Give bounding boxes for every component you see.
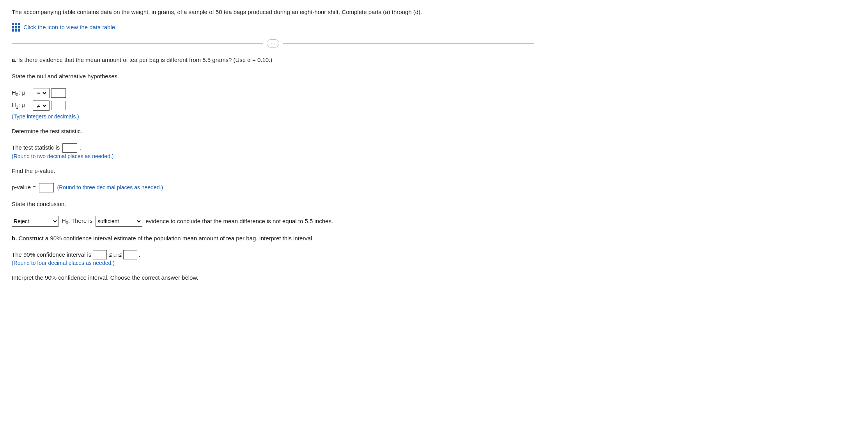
conclusion-section: Reject Fail to reject H0. There is suffi… bbox=[12, 216, 534, 227]
ci-text: The 90% confidence interval is bbox=[12, 251, 91, 258]
icon-link-row: Click the icon to view the data table. bbox=[12, 23, 534, 32]
part-b-section: b. Construct a 90% confidence interval e… bbox=[12, 234, 534, 243]
icon-link-label[interactable]: Click the icon to view the data table. bbox=[23, 24, 117, 30]
h0-value-input[interactable] bbox=[51, 88, 66, 98]
test-statistic-text: The test statistic is bbox=[12, 144, 60, 151]
part-a-question-text: Is there evidence that the mean amount o… bbox=[18, 56, 273, 63]
part-b-question: b. Construct a 90% confidence interval e… bbox=[12, 234, 534, 243]
h1-value-input[interactable] bbox=[51, 101, 66, 110]
interpret-ci-section: Interpret the 90% confidence interval. C… bbox=[12, 273, 534, 282]
find-pvalue-label: Find the p-value. bbox=[12, 166, 534, 176]
test-statistic-row: The test statistic is . bbox=[12, 143, 534, 153]
conclusion-action-select[interactable]: Reject Fail to reject bbox=[12, 216, 58, 227]
state-hypotheses-label: State the null and alternative hypothese… bbox=[12, 72, 534, 81]
pvalue-section: p-value = (Round to three decimal places… bbox=[12, 183, 534, 192]
data-table-icon[interactable] bbox=[12, 23, 20, 32]
state-hypotheses-section: State the null and alternative hypothese… bbox=[12, 72, 534, 81]
h1-operator-select[interactable]: ≠ = < > ≤ ≥ bbox=[35, 102, 48, 109]
h0-operator-select[interactable]: = ≠ < > ≤ ≥ bbox=[35, 90, 48, 97]
state-conclusion-label: State the conclusion. bbox=[12, 199, 534, 209]
ci-inequality1: ≤ μ ≤ bbox=[108, 251, 121, 258]
test-statistic-input[interactable] bbox=[62, 143, 77, 153]
ci-lower-input[interactable] bbox=[93, 250, 107, 259]
h0-label: H0: μ bbox=[12, 89, 31, 97]
ci-note: (Round to four decimal places as needed.… bbox=[12, 260, 115, 266]
conclusion-h0-text: H0. There is bbox=[62, 217, 92, 225]
part-b-question-text: Construct a 90% confidence interval esti… bbox=[19, 235, 314, 242]
find-pvalue-section: Find the p-value. bbox=[12, 166, 534, 176]
conclusion-end-text: evidence to conclude that the mean diffe… bbox=[145, 218, 333, 224]
conclusion-row: Reject Fail to reject H0. There is suffi… bbox=[12, 216, 534, 227]
h0-operator-select-box[interactable]: = ≠ < > ≤ ≥ bbox=[33, 88, 50, 98]
ci-upper-input[interactable] bbox=[123, 250, 137, 259]
test-statistic-note: (Round to two decimal places as needed.) bbox=[12, 153, 113, 159]
pvalue-label: p-value = bbox=[12, 184, 36, 190]
test-statistic-section: The test statistic is . (Round to two de… bbox=[12, 143, 534, 159]
part-a-label: a. bbox=[12, 56, 17, 63]
hypotheses-note-text: (Type integers or decimals.) bbox=[12, 113, 79, 120]
pvalue-note: (Round to three decimal places as needed… bbox=[57, 184, 163, 190]
intro-text: The accompanying table contains data on … bbox=[12, 8, 534, 17]
ci-section: The 90% confidence interval is ≤ μ ≤ . (… bbox=[12, 250, 534, 266]
part-b-label: b. bbox=[12, 235, 17, 242]
h0-row: H0: μ = ≠ < > ≤ ≥ bbox=[12, 88, 534, 98]
h1-label: H1: μ bbox=[12, 102, 31, 109]
divider: ··· bbox=[12, 39, 534, 48]
test-statistic-period: . bbox=[80, 144, 81, 151]
hypotheses-note: (Type integers or decimals.) bbox=[12, 113, 534, 120]
part-a-section: a. Is there evidence that the mean amoun… bbox=[12, 55, 534, 65]
pvalue-input[interactable] bbox=[39, 183, 54, 192]
divider-dots: ··· bbox=[267, 39, 280, 48]
determine-test-label: Determine the test statistic. bbox=[12, 127, 534, 136]
part-a-question: a. Is there evidence that the mean amoun… bbox=[12, 55, 534, 65]
ci-period: . bbox=[139, 251, 140, 258]
pvalue-row: p-value = (Round to three decimal places… bbox=[12, 183, 534, 192]
h1-row: H1: μ ≠ = < > ≤ ≥ bbox=[12, 100, 534, 111]
state-conclusion-section: State the conclusion. bbox=[12, 199, 534, 209]
determine-test-section: Determine the test statistic. bbox=[12, 127, 534, 136]
ci-row: The 90% confidence interval is ≤ μ ≤ . bbox=[12, 250, 534, 259]
interpret-ci-text: Interpret the 90% confidence interval. C… bbox=[12, 273, 534, 282]
h1-operator-select-box[interactable]: ≠ = < > ≤ ≥ bbox=[33, 100, 50, 111]
conclusion-evidence-select[interactable]: sufficient insufficient bbox=[96, 216, 142, 227]
